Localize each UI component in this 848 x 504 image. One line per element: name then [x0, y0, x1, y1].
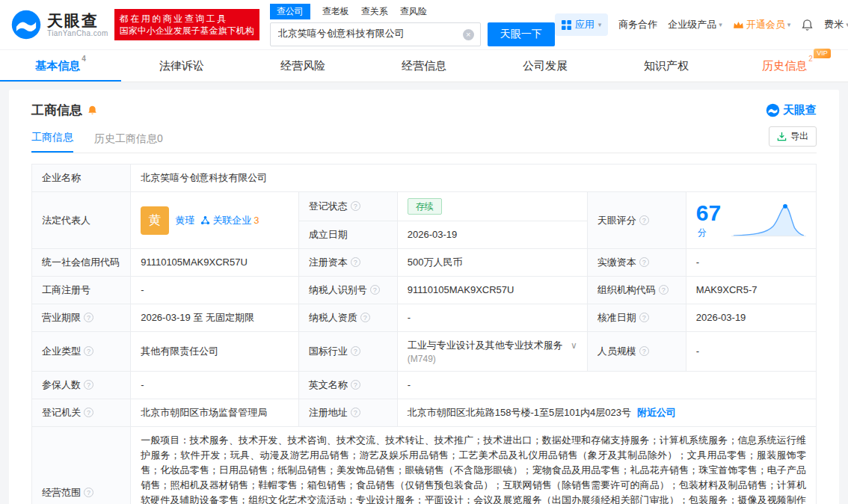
label-establish-date: 成立日期	[298, 221, 397, 249]
related-companies-icon	[200, 215, 210, 225]
search-tabs: 查公司 查老板 查关系 查风险	[270, 4, 555, 19]
search-button[interactable]: 天眼一下	[488, 22, 555, 46]
value-company-type: 其他有限责任公司	[131, 332, 298, 372]
top-menu: 应用 ▾ 商务合作 企业级产品 ▾ 开通会员 ▾	[555, 13, 848, 36]
label-insured-count: 参保人数?	[32, 372, 131, 399]
search-tab-relation[interactable]: 查关系	[361, 4, 388, 19]
help-icon: ?	[639, 346, 649, 356]
search-area: 查公司 查老板 查关系 查风险 × 天眼一下	[270, 4, 555, 46]
help-icon: ?	[360, 313, 370, 322]
label-legal-rep: 法定代表人	[32, 192, 131, 249]
app-grid-icon	[562, 20, 571, 30]
label-business-scope: 经营范围?	[32, 427, 131, 504]
score-block[interactable]: 67分	[696, 201, 806, 240]
enterprise-products-link[interactable]: 企业级产品 ▾	[668, 18, 722, 31]
help-icon: ?	[351, 346, 360, 356]
promo-badge: 都在用的商业查询工具 国家中小企业发展子基金旗下机构	[114, 9, 259, 40]
tab-legal-proceedings[interactable]: 法律诉讼	[121, 50, 242, 82]
promo-line1: 都在用的商业查询工具	[120, 13, 254, 25]
search-tab-boss[interactable]: 查老板	[322, 4, 349, 19]
help-icon: ?	[84, 380, 93, 390]
help-icon: ?	[351, 380, 360, 390]
brand-name: 天眼查	[47, 13, 108, 29]
value-legal-rep: 黄 黄瑾 关联企业 3	[131, 192, 298, 249]
value-taxpayer-id: 91110105MAK9XCR57U	[397, 277, 587, 304]
caret-down-icon: ▾	[787, 21, 791, 28]
value-credit-code: 91110105MAK9XCR57U	[131, 249, 298, 277]
label-score: 天眼评分?	[587, 192, 686, 249]
value-business-scope: 一般项目：技术服务、技术开发、技术咨询、技术交流、技术转让、技术推广；技术进出口…	[131, 427, 817, 504]
tab-basic-count: 4	[82, 55, 86, 63]
label-reg-capital: 注册资本?	[298, 249, 397, 277]
caret-down-icon: ▾	[598, 21, 602, 28]
related-companies-link[interactable]: 关联企业 3	[200, 213, 259, 228]
legal-rep-name-link[interactable]: 黄瑾	[175, 213, 194, 228]
value-english-name: -	[397, 372, 816, 399]
score-unit: 分	[698, 227, 707, 238]
user-menu[interactable]: 费米 ▾	[824, 18, 848, 31]
reg-address-text: 北京市朝阳区北苑路158号楼-1至5层101内4层023号	[408, 407, 631, 418]
label-company-type: 企业类型?	[32, 332, 131, 372]
nearby-companies-link[interactable]: 附近公司	[637, 407, 676, 418]
label-reg-address: 注册地址?	[298, 399, 397, 427]
row-company-type: 企业类型? 其他有限责任公司 国标行业? 工业与专业设计及其他专业技术服务 ∨ …	[32, 332, 817, 372]
help-icon: ?	[351, 257, 360, 267]
label-paid-capital: 实缴资本?	[587, 249, 686, 277]
label-reg-authority: 登记机关?	[32, 399, 131, 427]
subtab-business-info[interactable]: 工商信息	[31, 131, 73, 153]
vip-upgrade-link[interactable]: 开通会员 ▾	[733, 18, 791, 31]
watermark-logo: 天眼查	[766, 103, 817, 117]
value-business-term: 2026-03-19 至 无固定期限	[131, 304, 298, 332]
tab-operational-risk[interactable]: 经营风险	[242, 50, 363, 82]
value-org-code: MAK9XCR5-7	[686, 277, 816, 304]
clear-search-icon[interactable]: ×	[463, 29, 474, 40]
brand-domain: TianYanCha.com	[47, 29, 108, 37]
export-icon	[777, 132, 787, 141]
value-approval-date: 2026-03-19	[686, 304, 816, 332]
tab-company-development[interactable]: 公司发展	[485, 50, 606, 82]
tab-intellectual-property[interactable]: 知识产权	[606, 50, 727, 82]
industry-code: (M749)	[408, 353, 577, 365]
monitor-bell-icon[interactable]	[87, 105, 98, 116]
value-industry: 工业与专业设计及其他专业技术服务 ∨ (M749)	[397, 332, 587, 372]
industry-expand-icon[interactable]: ∨	[571, 338, 577, 353]
value-establish-date: 2026-03-19	[397, 221, 587, 249]
value-paid-capital: -	[686, 249, 816, 277]
label-org-code: 组织机构代码?	[587, 277, 686, 304]
brand-logo[interactable]: 天眼查 TianYanCha.com	[10, 9, 108, 40]
help-icon: ?	[84, 488, 93, 497]
label-approval-date: 核准日期?	[587, 304, 686, 332]
value-staff-size: -	[686, 332, 816, 372]
watermark-text: 天眼查	[783, 103, 817, 117]
top-header: 天眼查 TianYanCha.com 都在用的商业查询工具 国家中小企业发展子基…	[0, 0, 848, 49]
app-launcher-button[interactable]: 应用 ▾	[555, 13, 609, 36]
cooperation-link[interactable]: 商务合作	[618, 18, 657, 31]
tab-operation-info[interactable]: 经营信息	[363, 50, 485, 82]
help-icon: ?	[84, 408, 93, 417]
search-input[interactable]	[271, 23, 458, 45]
help-icon: ?	[639, 257, 649, 267]
help-icon: ?	[659, 285, 669, 295]
help-icon: ?	[84, 346, 93, 356]
watermark-logo-icon	[766, 103, 780, 117]
label-taxpayer-quality: 纳税人资质?	[298, 304, 397, 332]
related-companies-count: 3	[254, 213, 259, 228]
value-reg-number: -	[131, 277, 298, 304]
search-tab-company[interactable]: 查公司	[270, 4, 310, 19]
tab-basic-info[interactable]: 基本信息4	[0, 50, 121, 82]
value-reg-address: 北京市朝阳区北苑路158号楼-1至5层101内4层023号附近公司	[397, 399, 816, 427]
search-box: ×	[270, 22, 481, 46]
export-button[interactable]: 导出	[769, 126, 817, 147]
legal-rep-avatar[interactable]: 黄	[141, 206, 169, 235]
row-company-name: 企业名称 北京笑嘻兮创意科技有限公司	[32, 165, 817, 192]
help-icon: ?	[84, 313, 93, 322]
status-badge: 存续	[408, 198, 442, 215]
subtab-history-business-info[interactable]: 历史工商信息0	[94, 132, 163, 153]
section-title: 工商信息	[31, 102, 82, 119]
search-tab-risk[interactable]: 查风险	[400, 4, 427, 19]
tab-history-info[interactable]: 历史信息2 VIP	[727, 50, 848, 82]
notification-bell-icon[interactable]	[801, 19, 814, 31]
label-company-name: 企业名称	[32, 165, 131, 192]
app-launcher-label: 应用	[575, 18, 594, 31]
label-taxpayer-id: 纳税人识别号?	[298, 277, 397, 304]
